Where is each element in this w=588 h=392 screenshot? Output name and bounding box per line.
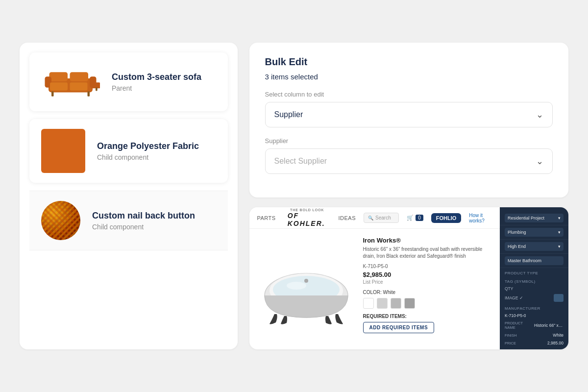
sofa-card: Custom 3-seater sofa Parent xyxy=(29,52,228,111)
swatch-silver[interactable] xyxy=(377,298,388,309)
fohlio-badge: FOHLIO xyxy=(431,213,462,223)
product-type-section: PRODUCT TYPE xyxy=(500,268,568,276)
kohler-logo-main: OF KOHLER. xyxy=(288,212,327,227)
svg-rect-6 xyxy=(70,82,88,91)
fohlio-sidebar: Residential Project ▾ Plumbing ▾ High En… xyxy=(500,207,568,349)
svg-point-14 xyxy=(304,279,308,283)
price-value: 2,985.00 xyxy=(547,341,564,345)
supplier-field-label: Supplier xyxy=(265,137,553,145)
discipline-select[interactable]: Plumbing ▾ xyxy=(505,228,564,237)
sofa-name: Custom 3-seater sofa xyxy=(112,72,216,82)
cart-icon: 🛒 xyxy=(407,215,414,221)
button-card: Custom nail back button Child component xyxy=(29,191,228,250)
right-panel: Bulk Edit 3 items selected Select column… xyxy=(249,43,569,349)
product-price: $2,985.00 xyxy=(363,271,492,278)
manufacturer-value: K-710-P5-0 xyxy=(505,313,526,318)
column-select-value: Supplier xyxy=(274,110,303,119)
button-name: Custom nail back button xyxy=(92,211,216,221)
kohler-product-area: Iron Works® Historic 66" x 36" freestand… xyxy=(249,229,500,349)
qty-row: QTY xyxy=(500,285,568,293)
kohler-cart[interactable]: 🛒 0 xyxy=(407,215,423,221)
fabric-type: Child component xyxy=(97,153,216,161)
list-price-label: List Price xyxy=(363,279,492,285)
image-row: IMAGE ✓ xyxy=(500,293,568,303)
column-chevron-icon: ⌄ xyxy=(536,109,543,120)
button-image xyxy=(41,201,80,240)
dimension-label: DIMENSION xyxy=(505,348,526,349)
svg-rect-7 xyxy=(91,82,100,88)
color-label: COLOR: White xyxy=(363,290,492,295)
discipline-chevron: ▾ xyxy=(558,230,561,235)
bulk-edit-card: Bulk Edit 3 items selected Select column… xyxy=(249,43,569,197)
svg-rect-1 xyxy=(49,72,68,81)
button-type: Child component xyxy=(92,223,216,231)
supplier-select[interactable]: Select Supplier ⌄ xyxy=(265,148,553,174)
image-preview xyxy=(554,294,564,302)
kohler-nav-ideas[interactable]: IDEAS xyxy=(339,215,356,221)
items-selected-label: 3 items selected xyxy=(265,73,553,81)
svg-rect-8 xyxy=(51,91,54,97)
sofa-info: Custom 3-seater sofa Parent xyxy=(112,72,216,92)
manufacturer-row: K-710-P5-0 xyxy=(500,312,568,319)
kohler-nav-parts[interactable]: PARTS xyxy=(257,215,276,221)
fabric-card: Orange Polyester Fabric Child component xyxy=(29,119,228,183)
sofa-image xyxy=(41,62,100,101)
discipline-value: Plumbing xyxy=(508,230,526,235)
product-title: Iron Works® xyxy=(363,237,492,244)
swatch-white[interactable] xyxy=(363,298,374,309)
fohlio-room-row: Master Bathroom xyxy=(500,254,568,268)
svg-rect-5 xyxy=(50,82,68,91)
product-name-label: PRODUCT NAME xyxy=(505,321,534,330)
required-items-label: REQUIRED ITEMS: xyxy=(363,314,492,319)
svg-rect-2 xyxy=(70,72,89,81)
kohler-logo-sub: THE BOLD LOOK xyxy=(290,208,324,212)
search-icon: 🔍 xyxy=(368,216,373,220)
product-description: Historic 66" x 36" freestanding oval bat… xyxy=(363,246,492,260)
fabric-name: Orange Polyester Fabric xyxy=(97,141,216,151)
bulk-edit-title: Bulk Edit xyxy=(265,56,553,68)
fohlio-discipline-row: Plumbing ▾ xyxy=(500,225,568,240)
bathtub-image xyxy=(257,237,355,325)
how-it-works-link[interactable]: How it works? xyxy=(469,213,492,223)
fabric-info: Orange Polyester Fabric Child component xyxy=(97,141,216,161)
price-label: PRICE xyxy=(505,341,516,345)
project-type-select[interactable]: Residential Project ▾ xyxy=(505,214,564,222)
svg-rect-9 xyxy=(88,91,90,97)
kohler-search-box[interactable]: 🔍 Search xyxy=(364,213,399,223)
manufacturer-section: MANUFACTURER xyxy=(500,303,568,312)
left-panel: Custom 3-seater sofa Parent Orange Polye… xyxy=(20,43,238,349)
swatch-dark-gray[interactable] xyxy=(404,298,415,309)
tier-chevron: ▾ xyxy=(558,244,561,249)
supplier-select-placeholder: Select Supplier xyxy=(274,157,327,166)
button-info: Custom nail back button Child component xyxy=(92,211,216,231)
project-type-chevron: ▾ xyxy=(558,216,561,220)
dimension-row: DIMENSION xyxy=(500,347,568,349)
kohler-header: PARTS THE BOLD LOOK OF KOHLER. IDEAS 🔍 S… xyxy=(249,207,500,229)
product-name-value: Historic 66" x 38" fre xyxy=(534,323,564,328)
fohlio-badge-label: FOHLIO xyxy=(436,215,457,221)
sofa-type: Parent xyxy=(112,84,216,92)
kohler-product-details: Iron Works® Historic 66" x 36" freestand… xyxy=(363,237,492,342)
room-value: Master Bathroom xyxy=(508,258,541,263)
tag-section: TAG (SYMBOL) xyxy=(500,276,568,285)
kohler-main: PARTS THE BOLD LOOK OF KOHLER. IDEAS 🔍 S… xyxy=(249,207,500,349)
finish-label: FINISH xyxy=(505,333,517,338)
product-sku: K-710-P5-0 xyxy=(363,264,492,269)
cart-count: 0 xyxy=(416,215,423,221)
kohler-body: Iron Works® Historic 66" x 36" freestand… xyxy=(249,229,500,349)
add-required-items-button[interactable]: ADD REQUIRED ITEMS xyxy=(363,322,435,333)
room-select[interactable]: Master Bathroom xyxy=(505,256,564,265)
qty-label: QTY xyxy=(505,286,513,291)
column-select[interactable]: Supplier ⌄ xyxy=(265,102,553,127)
kohler-card: PARTS THE BOLD LOOK OF KOHLER. IDEAS 🔍 S… xyxy=(249,207,569,349)
tier-select[interactable]: High End ▾ xyxy=(505,242,564,251)
swatch-gray[interactable] xyxy=(391,298,401,309)
finish-row: FINISH White xyxy=(500,331,568,339)
price-row: PRICE 2,985.00 xyxy=(500,339,568,347)
fohlio-tier-row: High End ▾ xyxy=(500,240,568,254)
svg-point-15 xyxy=(287,282,306,290)
tier-value: High End xyxy=(508,244,526,249)
image-label: IMAGE ✓ xyxy=(505,295,523,300)
supplier-chevron-icon: ⌄ xyxy=(536,156,543,167)
fohlio-project-type-row: Residential Project ▾ xyxy=(500,211,568,225)
